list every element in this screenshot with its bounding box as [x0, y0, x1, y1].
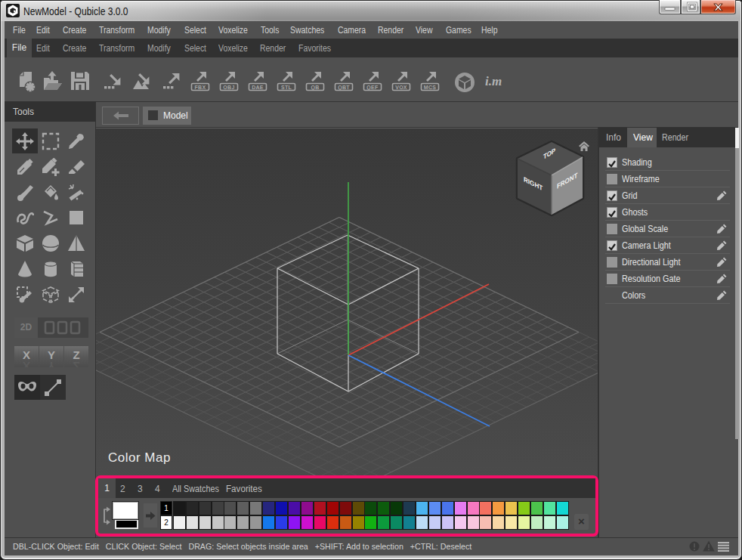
svg-text:OBJ: OBJ — [223, 85, 234, 90]
svg-text:STL: STL — [281, 85, 292, 90]
svg-text:QBT: QBT — [338, 85, 350, 91]
svg-text:i.m: i.m — [485, 74, 502, 88]
svg-text:QB: QB — [311, 85, 319, 91]
svg-text:DAE: DAE — [252, 85, 264, 90]
svg-text:MCS: MCS — [424, 85, 436, 90]
svg-text:FBX: FBX — [195, 85, 206, 90]
svg-text:VOX: VOX — [395, 85, 407, 90]
svg-text:QEF: QEF — [366, 85, 379, 91]
